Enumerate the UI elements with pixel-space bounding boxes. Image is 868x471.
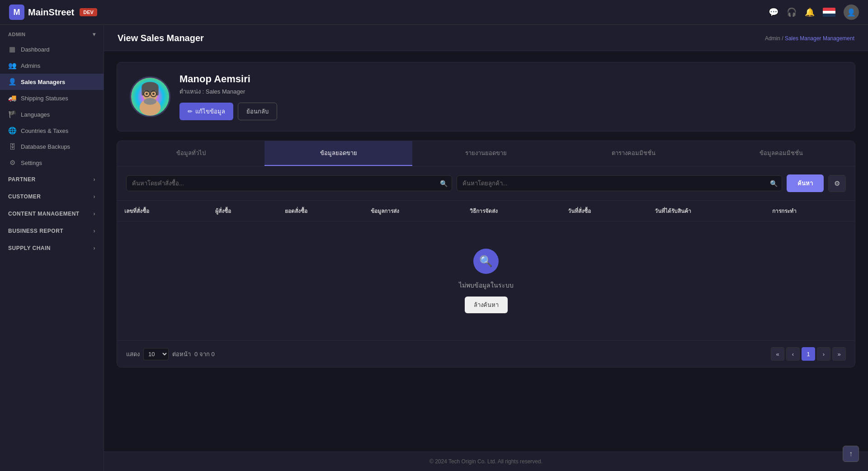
last-page-button[interactable]: » [832, 347, 846, 361]
sidebar-item-label: Settings [21, 160, 42, 166]
svg-point-11 [152, 93, 155, 95]
profile-card: Manop Aemsiri ตำแหน่ง : Sales Manager ✏ … [117, 62, 855, 132]
user-avatar[interactable]: 👤 [844, 5, 859, 20]
sidebar: ADMIN ▾ ▦ Dashboard 👥 Admins 👤 Sales Man… [0, 25, 104, 471]
sidebar-item-languages[interactable]: 🏴 Languages [0, 106, 104, 122]
logo-text: MainStreet [28, 7, 74, 18]
tab-commission-info[interactable]: ข้อมูลคอมมิชชั่น [708, 141, 855, 166]
sidebar-item-label: Languages [21, 111, 50, 118]
col-shipping-method: วิธีการจัดส่ง [462, 201, 561, 221]
chat-icon[interactable]: 💬 [769, 7, 778, 17]
sidebar-partner-section[interactable]: PARTNER › [0, 171, 104, 188]
page-title: View Sales Manager [118, 33, 204, 43]
app-logo[interactable]: M MainStreet DEV [9, 5, 97, 20]
sidebar-item-sales-managers[interactable]: 👤 Sales Managers [0, 74, 104, 90]
breadcrumb: Admin / Sales Manager Management [765, 35, 854, 42]
tab-sales-report[interactable]: รายงานยอดขาย [412, 141, 560, 166]
sidebar-item-label: Admins [21, 62, 40, 69]
empty-search-icon: 🔍 [473, 249, 499, 274]
env-badge: DEV [80, 8, 97, 16]
per-page-select[interactable]: 10 25 50 100 [143, 348, 169, 360]
sidebar-item-countries-taxes[interactable]: 🌐 Countries & Taxes [0, 122, 104, 139]
sidebar-content-management-section[interactable]: CONTENT MANAGEMENT › [0, 205, 104, 222]
search-button[interactable]: ค้นหา [787, 174, 824, 192]
customer-search-wrap: 🔍 [457, 175, 783, 191]
col-receive-date: วันที่ได้รับสินค้า [647, 201, 765, 221]
search-bar: 🔍 🔍 ค้นหา ⚙ [117, 166, 855, 201]
tabs-header: ข้อมูลทั่วไป ข้อมูลยอดขาย รายงานยอดขาย ต… [117, 141, 855, 166]
tab-sales-data[interactable]: ข้อมูลยอดขาย [264, 141, 412, 166]
chevron-right-icon: › [94, 245, 96, 251]
sidebar-item-label: Database Backups [21, 143, 70, 150]
profile-info: Manop Aemsiri ตำแหน่ง : Sales Manager ✏ … [179, 73, 842, 120]
empty-text: ไม่พบข้อมูลในระบบ [459, 280, 514, 290]
col-order-date: วันที่สั่งซื้อ [561, 201, 647, 221]
table-header: เลขที่สั่งซื้อ ผู้สั่งซื้อ ยอดสั่งซื้อ ข… [117, 201, 855, 221]
back-button[interactable]: ย้อนกลับ [238, 103, 277, 120]
database-icon: 🗄 [8, 143, 16, 151]
sidebar-item-shipping-statuses[interactable]: 🚚 Shipping Statuses [0, 90, 104, 106]
scroll-to-top-button[interactable]: ↑ [843, 446, 859, 462]
sidebar-item-label: Dashboard [21, 46, 50, 53]
sidebar-item-label: Sales Managers [21, 79, 65, 85]
tab-commission-table[interactable]: ตารางคอมมิชชั่น [560, 141, 707, 166]
col-shipping-info: ข้อมูลการส่ง [363, 201, 462, 221]
sales-manager-icon: 👤 [8, 78, 16, 86]
shipping-icon: 🚚 [8, 94, 16, 102]
language-flag[interactable] [823, 8, 835, 17]
result-count: 0 จาก 0 [194, 349, 215, 359]
svg-point-10 [146, 93, 148, 95]
footer-text: © 2024 Tech Origin Co. Ltd. All rights r… [429, 458, 542, 465]
admins-icon: 👥 [8, 61, 16, 70]
sidebar-item-label: Countries & Taxes [21, 127, 68, 134]
sidebar-customer-section[interactable]: CUSTOMER › [0, 188, 104, 205]
next-page-button[interactable]: › [817, 347, 830, 361]
edit-button[interactable]: ✏ แก้ไขข้อมูล [179, 103, 233, 120]
prev-page-button[interactable]: ‹ [786, 347, 800, 361]
profile-name: Manop Aemsiri [179, 73, 842, 85]
headset-icon[interactable]: 🎧 [787, 7, 797, 17]
sidebar-item-dashboard[interactable]: ▦ Dashboard [0, 41, 104, 57]
pagination-right: « ‹ 1 › » [771, 347, 846, 361]
content-area: Manop Aemsiri ตำแหน่ง : Sales Manager ✏ … [104, 51, 868, 452]
col-order-number: เลขที่สั่งซื้อ [117, 201, 208, 221]
edit-icon: ✏ [188, 108, 193, 115]
topnav-right: 💬 🎧 🔔 👤 [769, 5, 859, 20]
profile-role: ตำแหน่ง : Sales Manager [179, 87, 842, 96]
svg-point-3 [142, 82, 158, 92]
breadcrumb-current[interactable]: Sales Manager Management [785, 35, 854, 42]
customer-search-icon: 🔍 [770, 180, 778, 187]
sidebar-item-label: Shipping Statuses [21, 95, 68, 102]
bell-icon[interactable]: 🔔 [805, 7, 815, 17]
profile-actions: ✏ แก้ไขข้อมูล ย้อนกลับ [179, 103, 842, 120]
footer: © 2024 Tech Origin Co. Ltd. All rights r… [104, 452, 868, 471]
chevron-right-icon: › [94, 193, 96, 200]
sidebar-item-settings[interactable]: ⚙ Settings [0, 155, 104, 171]
svg-point-6 [144, 98, 156, 105]
profile-avatar [130, 76, 170, 117]
customer-search-input[interactable] [457, 175, 783, 191]
sidebar-item-admins[interactable]: 👥 Admins [0, 57, 104, 74]
languages-icon: 🏴 [8, 110, 16, 118]
sidebar-supply-chain-section[interactable]: SUPPLY CHAIN › [0, 240, 104, 257]
order-search-input[interactable] [126, 175, 452, 191]
order-search-wrap: 🔍 [126, 175, 452, 191]
data-table: เลขที่สั่งซื้อ ผู้สั่งซื้อ ยอดสั่งซื้อ ข… [117, 201, 855, 221]
tab-general[interactable]: ข้อมูลทั่วไป [117, 141, 264, 166]
chevron-right-icon: › [94, 176, 96, 183]
search-settings-button[interactable]: ⚙ [828, 175, 846, 192]
logo-icon: M [9, 5, 24, 20]
settings-gear-icon: ⚙ [834, 179, 840, 187]
col-buyer: ผู้สั่งซื้อ [208, 201, 278, 221]
chevron-right-icon: › [94, 228, 96, 234]
sidebar-business-report-section[interactable]: BUSINESS REPORT › [0, 222, 104, 240]
clear-search-button[interactable]: ล้างค้นหา [465, 297, 508, 313]
tabs-container: ข้อมูลทั่วไป ข้อมูลยอดขาย รายงานยอดขาย ต… [117, 141, 855, 367]
page-1-button[interactable]: 1 [802, 347, 815, 361]
per-page-label: ต่อหน้า [172, 349, 191, 359]
data-table-wrap: เลขที่สั่งซื้อ ผู้สั่งซื้อ ยอดสั่งซื้อ ข… [117, 201, 855, 340]
breadcrumb-parent: Admin [765, 35, 780, 42]
top-navigation: M MainStreet DEV 💬 🎧 🔔 👤 [0, 0, 868, 25]
first-page-button[interactable]: « [771, 347, 784, 361]
sidebar-item-database-backups[interactable]: 🗄 Database Backups [0, 139, 104, 155]
